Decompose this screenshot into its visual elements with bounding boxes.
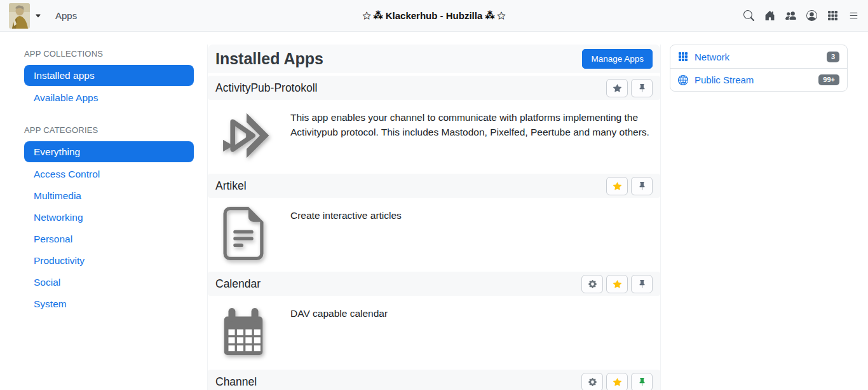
app-header: Calendar bbox=[208, 272, 660, 296]
sidebar-item-social[interactable]: Social bbox=[24, 272, 194, 293]
globe-icon bbox=[678, 75, 688, 85]
app-tools bbox=[606, 79, 653, 97]
apps-grid-icon[interactable] bbox=[827, 10, 838, 22]
stream-label: Public Stream bbox=[695, 74, 754, 85]
menu-icon[interactable] bbox=[848, 10, 859, 22]
manage-apps-button[interactable]: Manage Apps bbox=[582, 49, 653, 69]
widget-app-categories: APP CATEGORIESEverythingAccess ControlMu… bbox=[24, 125, 194, 315]
app-tools bbox=[581, 373, 653, 390]
stream-label: Network bbox=[695, 52, 729, 62]
app-details: This app enables your channel to communi… bbox=[208, 100, 660, 174]
star-button[interactable] bbox=[606, 373, 628, 390]
apps-list: ActivityPub-ProtokollThis app enables yo… bbox=[208, 76, 660, 390]
page-title-apps: Apps bbox=[55, 10, 77, 21]
sidebar-item-multimedia[interactable]: Multimedia bbox=[24, 185, 194, 207]
app-name: Channel bbox=[215, 375, 257, 389]
star-icon bbox=[613, 182, 621, 190]
section-title-bar: Installed Apps Manage Apps bbox=[208, 45, 660, 73]
stream-link-network[interactable]: Network3 bbox=[670, 45, 847, 68]
sidebar-item-productivity[interactable]: Productivity bbox=[24, 250, 194, 272]
star-button[interactable] bbox=[606, 79, 628, 97]
app-tools bbox=[606, 177, 653, 195]
pin-button[interactable] bbox=[631, 177, 653, 195]
chevron-down-icon bbox=[35, 13, 41, 19]
navbar-icons bbox=[743, 10, 859, 22]
pin-icon bbox=[638, 84, 646, 92]
pin-button[interactable] bbox=[631, 275, 653, 293]
right-sidebar: Network3Public Stream99+ bbox=[670, 45, 848, 92]
app-description: DAV capable calendar bbox=[290, 306, 388, 358]
account-icon[interactable] bbox=[806, 10, 817, 22]
gear-icon bbox=[588, 378, 597, 386]
pin-icon bbox=[638, 280, 646, 288]
count-badge: 99+ bbox=[818, 74, 839, 85]
pin-button[interactable] bbox=[631, 373, 653, 390]
sidebar-item-installed-apps[interactable]: Installed apps bbox=[24, 65, 194, 86]
count-badge: 3 bbox=[827, 52, 839, 62]
article-icon bbox=[217, 207, 270, 260]
app-header: Artikel bbox=[208, 174, 660, 198]
settings-button[interactable] bbox=[581, 275, 603, 293]
app-description: Create interactive articles bbox=[290, 208, 402, 260]
home-icon[interactable] bbox=[764, 10, 775, 22]
activitypub-icon bbox=[217, 109, 270, 162]
installed-apps-panel: Installed Apps Manage Apps ActivityPub-P… bbox=[207, 45, 661, 390]
navbar: Apps ✩ ⁂ Klackerhub - Hubzilla ⁂ ✩ bbox=[0, 0, 868, 32]
app-section-calendar: CalendarDAV capable calendar bbox=[208, 272, 660, 370]
app-nav-sidebar: APP COLLECTIONSInstalled appsAvailable A… bbox=[0, 32, 207, 331]
streams-card: Network3Public Stream99+ bbox=[670, 45, 848, 92]
star-button[interactable] bbox=[606, 275, 628, 293]
app-section-channel: Channel bbox=[208, 370, 660, 390]
widget-heading: APP COLLECTIONS bbox=[24, 49, 194, 59]
channel-avatar[interactable] bbox=[9, 3, 30, 29]
sidebar-item-networking[interactable]: Networking bbox=[24, 207, 194, 228]
sidebar-item-everything[interactable]: Everything bbox=[24, 141, 194, 162]
sidebar-item-personal[interactable]: Personal bbox=[24, 228, 194, 250]
channel-menu[interactable] bbox=[9, 3, 41, 29]
app-name: ActivityPub-Protokoll bbox=[215, 81, 317, 95]
app-name: Artikel bbox=[215, 179, 247, 193]
page-title: Installed Apps bbox=[215, 50, 323, 68]
sidebar-item-available-apps[interactable]: Available Apps bbox=[24, 87, 194, 109]
app-details: DAV capable calendar bbox=[208, 296, 660, 370]
star-icon bbox=[613, 378, 621, 386]
widget-app-collections: APP COLLECTIONSInstalled appsAvailable A… bbox=[24, 49, 194, 109]
star-button[interactable] bbox=[606, 177, 628, 195]
pin-icon bbox=[638, 378, 646, 386]
app-details: Create interactive articles bbox=[208, 198, 660, 272]
app-section-artikel: ArtikelCreate interactive articles bbox=[208, 174, 660, 272]
app-tools bbox=[581, 275, 653, 293]
pin-icon bbox=[638, 182, 646, 190]
app-header: Channel bbox=[208, 370, 660, 390]
app-name: Calendar bbox=[215, 277, 261, 291]
grid-icon bbox=[678, 52, 688, 62]
people-icon[interactable] bbox=[785, 10, 796, 22]
pin-button[interactable] bbox=[631, 79, 653, 97]
sidebar-item-system[interactable]: System bbox=[24, 293, 194, 315]
settings-button[interactable] bbox=[581, 373, 603, 390]
site-title: ✩ ⁂ Klackerhub - Hubzilla ⁂ ✩ bbox=[363, 10, 505, 22]
calendar-icon bbox=[217, 305, 270, 358]
star-icon bbox=[613, 280, 621, 288]
gear-icon bbox=[588, 280, 597, 288]
stream-link-public-stream[interactable]: Public Stream99+ bbox=[670, 68, 847, 91]
app-header: ActivityPub-Protokoll bbox=[208, 76, 660, 100]
search-icon[interactable] bbox=[743, 10, 754, 22]
sidebar-item-access-control[interactable]: Access Control bbox=[24, 164, 194, 185]
app-section-activitypub-protokoll: ActivityPub-ProtokollThis app enables yo… bbox=[208, 76, 660, 174]
app-description: This app enables your channel to communi… bbox=[290, 110, 653, 162]
star-icon bbox=[613, 84, 621, 92]
widget-heading: APP CATEGORIES bbox=[24, 125, 194, 135]
